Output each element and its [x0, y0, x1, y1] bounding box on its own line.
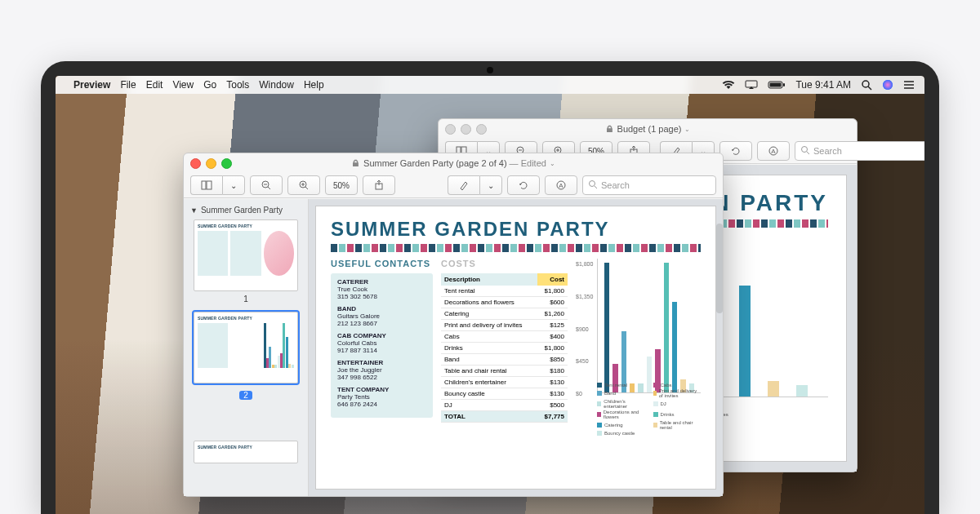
window-title: Summer Garden Party (page 2 of 4)	[363, 158, 506, 168]
total-value: $7,775	[537, 411, 568, 423]
disclosure-triangle[interactable]: ▼	[190, 206, 198, 215]
doc-title: SUMMER GARDEN PARTY	[331, 218, 701, 241]
table-row: Decorations and flowers$600	[441, 297, 568, 308]
rotate-button[interactable]	[507, 175, 540, 195]
menu-window[interactable]: Window	[259, 79, 294, 91]
contacts-panel: CATERERTrue Cook315 302 5678BANDGuitars …	[331, 273, 433, 418]
menu-file[interactable]: File	[120, 79, 136, 91]
decorative-bunting	[331, 244, 701, 252]
svg-rect-3	[783, 83, 785, 86]
markup-button[interactable]: A	[545, 175, 577, 195]
table-row: Drinks$1,800	[441, 343, 568, 354]
battery-icon[interactable]	[768, 80, 786, 90]
toolbar: ⌄ 50% ⌄ A Search	[184, 173, 723, 198]
legend-item: DJ	[653, 399, 702, 409]
siri-icon[interactable]	[882, 79, 893, 91]
markup-button[interactable]: A	[757, 141, 790, 161]
svg-rect-26	[202, 181, 206, 189]
legend-item: Band	[597, 388, 645, 398]
svg-rect-0	[746, 81, 757, 87]
svg-point-4	[862, 81, 869, 87]
legend-item: Bouncy castle	[597, 431, 645, 436]
airplay-icon[interactable]	[745, 80, 758, 90]
costs-table: Description Cost Tent rental$1,800Decora…	[441, 273, 568, 423]
menu-view[interactable]: View	[172, 79, 194, 91]
col-description: Description	[441, 273, 537, 286]
menu-tools[interactable]: Tools	[226, 79, 249, 91]
scrollbar[interactable]	[713, 199, 724, 496]
legend-item: Catering	[597, 420, 645, 430]
contact-entry: CATERERTrue Cook315 302 5678	[337, 278, 426, 300]
share-button[interactable]	[363, 175, 395, 195]
table-row: Catering$1,260	[441, 308, 568, 320]
preview-window-summer[interactable]: 🔒︎ Summer Garden Party (page 2 of 4) — E…	[183, 153, 724, 497]
menu-edit[interactable]: Edit	[146, 79, 163, 91]
zoom-button[interactable]	[221, 158, 232, 169]
menu-go[interactable]: Go	[203, 79, 216, 91]
minimize-button[interactable]	[206, 158, 216, 169]
chevron-down-icon[interactable]: ⌄	[550, 160, 555, 167]
chevron-down-icon[interactable]: ⌄	[684, 126, 690, 133]
thumbnail-sidebar: ▼Summer Garden Party SUMMER GARDEN PARTY…	[184, 199, 309, 496]
page-thumbnail-1[interactable]: SUMMER GARDEN PARTY	[194, 219, 298, 291]
zoom-out-button[interactable]	[250, 175, 283, 195]
highlight-button[interactable]	[448, 175, 479, 195]
zoom-in-button[interactable]	[287, 175, 320, 195]
minimize-button[interactable]	[461, 124, 471, 135]
svg-line-25	[807, 152, 809, 154]
thumbnail-number: 1	[189, 295, 303, 304]
table-row: DJ$500	[441, 400, 568, 411]
lock-icon: 🔒︎	[351, 158, 360, 168]
bar	[796, 385, 808, 397]
legend-item: Drinks	[653, 410, 702, 419]
close-button[interactable]	[445, 124, 456, 135]
search-icon	[800, 145, 810, 157]
bar	[664, 263, 669, 392]
search-icon	[588, 179, 598, 191]
page-thumbnail-2[interactable]: SUMMER GARDEN PARTY	[194, 312, 298, 383]
zoom-level-button[interactable]: 50%	[325, 175, 358, 195]
search-field[interactable]: Search	[582, 175, 716, 195]
view-mode-dropdown[interactable]: ⌄	[222, 175, 245, 195]
legend-item: Tent rental	[597, 383, 645, 388]
zoom-button[interactable]	[476, 124, 487, 135]
search-placeholder: Search	[601, 180, 630, 190]
window-titlebar[interactable]: 🔒︎ Budget (1 page) ⌄	[439, 119, 857, 139]
col-cost: Cost	[537, 273, 568, 286]
app-name[interactable]: Preview	[74, 79, 110, 91]
svg-text:A: A	[559, 182, 564, 189]
table-row: Children's entertainer$130	[441, 377, 568, 388]
menu-bar: Preview File Edit View Go Tools Window H…	[56, 76, 924, 94]
svg-point-24	[802, 147, 808, 153]
table-row: Band$850	[441, 354, 568, 366]
rotate-button[interactable]	[719, 141, 752, 161]
svg-point-7	[883, 80, 893, 90]
costs-chart: $0$450$900$1,350$1,800Tent rentalCabsBan…	[576, 259, 701, 434]
notification-center-icon[interactable]	[903, 80, 915, 90]
svg-line-30	[268, 187, 270, 189]
search-placeholder: Search	[813, 146, 842, 156]
contacts-heading: USEFUL CONTACTS	[331, 259, 433, 268]
bar	[604, 263, 609, 392]
spotlight-icon[interactable]	[861, 79, 872, 91]
menu-clock[interactable]: Tue 9:41 AM	[795, 79, 851, 91]
wifi-icon[interactable]	[722, 80, 735, 90]
bar	[672, 302, 677, 392]
svg-text:A: A	[771, 148, 776, 155]
view-mode-button[interactable]	[190, 175, 222, 195]
page-thumbnail-3[interactable]: SUMMER GARDEN PARTY	[194, 441, 298, 463]
bar	[768, 381, 779, 397]
legend-item: Table and chair rental	[653, 420, 702, 430]
legend-item: Print and delivery of invites	[653, 388, 702, 398]
menu-help[interactable]: Help	[304, 79, 324, 91]
search-field[interactable]: Search	[795, 141, 924, 161]
window-titlebar[interactable]: 🔒︎ Summer Garden Party (page 2 of 4) — E…	[184, 153, 723, 173]
svg-point-39	[590, 181, 595, 187]
scrollbar-thumb[interactable]	[716, 224, 723, 313]
svg-line-40	[595, 186, 597, 188]
costs-heading: COSTS	[441, 259, 568, 268]
highlight-dropdown[interactable]: ⌄	[479, 175, 502, 195]
edited-label: Edited	[521, 158, 546, 168]
contact-entry: CAB COMPANYColorful Cabs917 887 3114	[337, 332, 426, 354]
close-button[interactable]	[190, 158, 201, 169]
